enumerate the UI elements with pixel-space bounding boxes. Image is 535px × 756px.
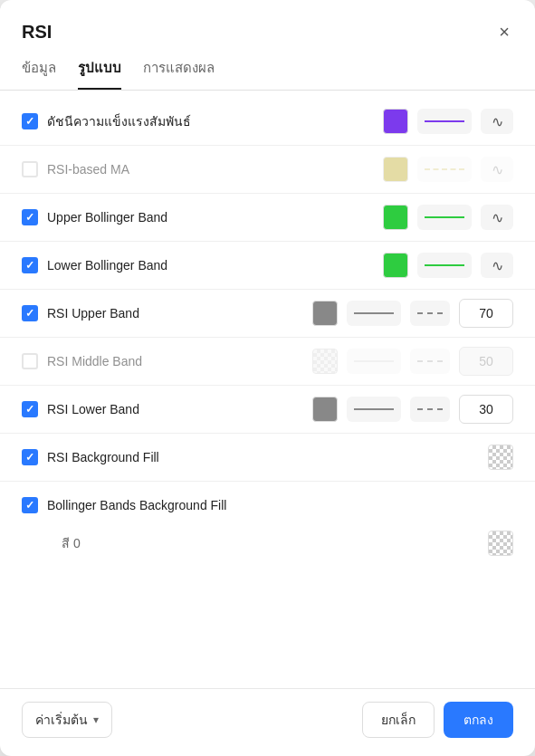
footer-actions: ยกเล็ก ตกลง	[362, 702, 513, 738]
rsi-dialog: RSI × ข้อมูล รูปแบบ การแสดงผล ดัชนีความแ…	[0, 0, 535, 756]
color-rsi-based-ma[interactable]	[383, 157, 408, 182]
dashstyle-rsi-upper-band[interactable]	[410, 301, 450, 326]
linestyle-rsi-lower-band[interactable]	[347, 397, 401, 422]
label-lower-bollinger: Lower Bollinger Band	[47, 258, 374, 273]
label-upper-bollinger: Upper Bollinger Band	[47, 210, 374, 225]
tab-style[interactable]: รูปแบบ	[78, 57, 121, 90]
linestyle-upper-bollinger[interactable]	[417, 205, 472, 230]
color-rsi-middle-band[interactable]	[312, 349, 338, 374]
row-rsi-upper-band: RSI Upper Band	[0, 290, 535, 337]
row-rsi-strength: ดัชนีความแข็งแรงสัมพันธ์ ∿	[0, 98, 535, 145]
color-upper-bollinger[interactable]	[383, 205, 408, 230]
checkbox-upper-bollinger[interactable]	[22, 209, 38, 225]
tab-bar: ข้อมูล รูปแบบ การแสดงผล	[0, 46, 535, 91]
color-rsi-background-fill[interactable]	[488, 445, 513, 470]
wave-rsi-strength[interactable]: ∿	[481, 109, 513, 134]
default-button[interactable]: ค่าเริ่มต้น ▾	[22, 702, 112, 738]
wave-lower-bollinger[interactable]: ∿	[481, 253, 513, 278]
checkbox-rsi-upper-band[interactable]	[22, 305, 38, 321]
value-rsi-lower-band[interactable]	[459, 395, 513, 424]
dialog-header: RSI ×	[0, 0, 535, 46]
checkbox-rsi-background-fill[interactable]	[22, 449, 38, 465]
color-rsi-strength[interactable]	[383, 109, 408, 134]
color-rsi-lower-band[interactable]	[312, 397, 338, 422]
checkbox-rsi-strength[interactable]	[22, 113, 38, 129]
content-area: ดัชนีความแข็งแรงสัมพันธ์ ∿ RSI-based MA …	[0, 91, 535, 688]
color-rsi-upper-band[interactable]	[312, 301, 338, 326]
row-rsi-lower-band: RSI Lower Band	[0, 386, 535, 433]
close-button[interactable]: ×	[495, 18, 513, 46]
cancel-button[interactable]: ยกเล็ก	[362, 702, 435, 738]
checkbox-bollinger-background-fill[interactable]	[22, 497, 38, 513]
label-rsi-strength: ดัชนีความแข็งแรงสัมพันธ์	[47, 111, 374, 131]
chevron-down-icon: ▾	[93, 713, 99, 726]
row-bollinger-background-fill: Bollinger Bands Background Fill	[0, 482, 535, 529]
dialog-title: RSI	[22, 22, 52, 43]
linestyle-rsi-strength[interactable]	[417, 109, 472, 134]
wave-upper-bollinger[interactable]: ∿	[481, 205, 513, 230]
default-label: ค่าเริ่มต้น	[35, 710, 88, 730]
tab-data[interactable]: ข้อมูล	[22, 57, 56, 90]
row-upper-bollinger: Upper Bollinger Band ∿	[0, 194, 535, 241]
checkbox-rsi-based-ma[interactable]	[22, 161, 38, 177]
linestyle-rsi-middle-band[interactable]	[347, 349, 401, 374]
checkbox-lower-bollinger[interactable]	[22, 257, 38, 273]
row-rsi-background-fill: RSI Background Fill	[0, 434, 535, 481]
linestyle-rsi-based-ma[interactable]	[417, 157, 472, 182]
linestyle-lower-bollinger[interactable]	[417, 253, 472, 278]
linestyle-rsi-upper-band[interactable]	[347, 301, 401, 326]
label-bollinger-background-fill: Bollinger Bands Background Fill	[47, 498, 513, 512]
value-rsi-upper-band[interactable]	[459, 299, 513, 328]
dashstyle-rsi-middle-band[interactable]	[410, 349, 450, 374]
dialog-footer: ค่าเริ่มต้น ▾ ยกเล็ก ตกลง	[0, 688, 535, 756]
dashstyle-rsi-lower-band[interactable]	[410, 397, 450, 422]
color-lower-bollinger[interactable]	[383, 253, 408, 278]
row-bollinger-color0: สี 0	[0, 529, 535, 565]
label-bollinger-color0: สี 0	[47, 533, 479, 553]
label-rsi-upper-band: RSI Upper Band	[47, 306, 303, 321]
row-rsi-middle-band: RSI Middle Band	[0, 338, 535, 385]
value-rsi-middle-band[interactable]	[459, 347, 513, 376]
label-rsi-lower-band: RSI Lower Band	[47, 402, 303, 416]
label-rsi-based-ma: RSI-based MA	[47, 162, 374, 177]
label-rsi-middle-band: RSI Middle Band	[47, 354, 303, 368]
row-rsi-based-ma: RSI-based MA ∿	[0, 146, 535, 193]
checkbox-rsi-lower-band[interactable]	[22, 401, 38, 417]
confirm-button[interactable]: ตกลง	[444, 702, 513, 738]
checkbox-rsi-middle-band[interactable]	[22, 353, 38, 369]
tab-display[interactable]: การแสดงผล	[143, 57, 215, 90]
label-rsi-background-fill: RSI Background Fill	[47, 450, 479, 464]
row-lower-bollinger: Lower Bollinger Band ∿	[0, 242, 535, 289]
wave-rsi-based-ma[interactable]: ∿	[481, 157, 513, 182]
color-bollinger-color0[interactable]	[488, 531, 513, 556]
